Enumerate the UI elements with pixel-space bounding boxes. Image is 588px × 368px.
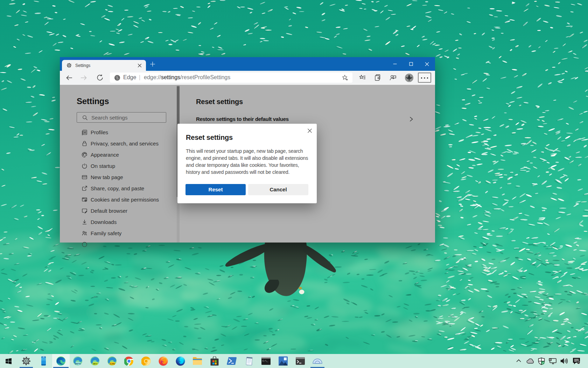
svg-text:C:\_: C:\_ (262, 360, 268, 362)
svg-text:DEV: DEV (93, 362, 98, 365)
svg-text:BETA: BETA (75, 362, 81, 365)
svg-text:CAN: CAN (110, 362, 115, 365)
